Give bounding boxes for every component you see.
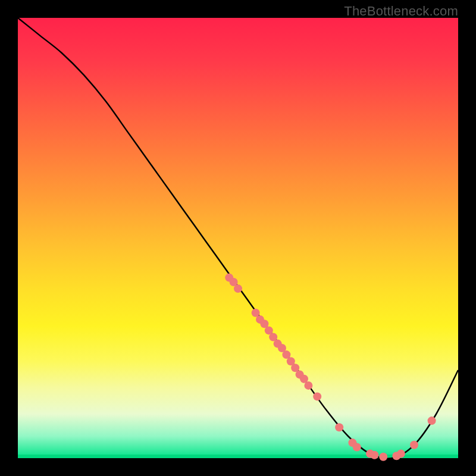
curve-marker — [370, 451, 378, 459]
curve-marker — [313, 392, 321, 400]
curve-marker — [234, 284, 242, 293]
curve-marker — [428, 416, 436, 425]
curve-marker — [335, 423, 343, 431]
curve-markers — [225, 274, 436, 461]
curve-marker — [397, 450, 405, 458]
chart-container: TheBottleneck.com — [0, 0, 476, 476]
chart-svg — [18, 18, 458, 458]
attribution-label: TheBottleneck.com — [344, 4, 458, 19]
curve-marker — [410, 441, 418, 449]
curve-marker — [379, 453, 387, 461]
plot-area — [18, 18, 458, 458]
curve-marker — [353, 443, 361, 452]
bottleneck-curve — [18, 18, 458, 459]
curve-marker — [304, 381, 312, 390]
